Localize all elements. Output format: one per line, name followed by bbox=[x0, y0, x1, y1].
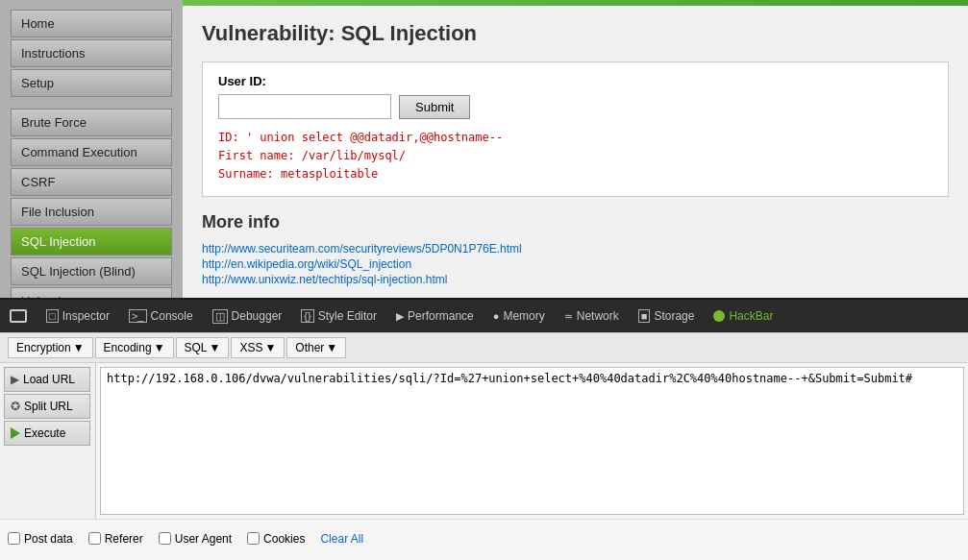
hackbar-actions: ▶ Load URL ✪ Split URL Execute bbox=[0, 363, 96, 519]
xss-chevron: ▼ bbox=[264, 341, 276, 354]
hackbar-label: HackBar bbox=[729, 309, 773, 323]
execute-label: Execute bbox=[24, 426, 65, 440]
devtools-hackbar-btn[interactable]: HackBar bbox=[704, 304, 782, 329]
result-line-1: ID: ' union select @@datadir,@@hostname-… bbox=[218, 129, 932, 147]
devtools-inspector-btn[interactable]: □ Inspector bbox=[37, 304, 119, 329]
result-line-2: First name: /var/lib/mysql/ bbox=[218, 147, 932, 165]
devtools-style-editor-btn[interactable]: {} Style Editor bbox=[291, 304, 386, 329]
page-title: Vulnerability: SQL Injection bbox=[202, 21, 949, 46]
devtools-network-btn[interactable]: ≃ Network bbox=[555, 304, 629, 329]
hackbar-url-area: http://192.168.0.106/dvwa/vulnerabilitie… bbox=[96, 363, 968, 519]
memory-label: Memory bbox=[503, 309, 544, 323]
info-link-3[interactable]: http://www.unixwiz.net/techtips/sql-inje… bbox=[202, 273, 949, 286]
hackbar-other-dropdown[interactable]: Other ▼ bbox=[286, 337, 346, 358]
split-url-icon: ✪ bbox=[11, 400, 20, 413]
other-label: Other bbox=[295, 341, 324, 354]
sql-label: SQL bbox=[185, 341, 208, 354]
post-data-label: Post data bbox=[24, 532, 73, 546]
clear-all-button[interactable]: Clear All bbox=[320, 532, 363, 546]
storage-icon: ■ bbox=[638, 309, 651, 323]
referer-checkbox[interactable] bbox=[88, 532, 101, 545]
hackbar-footer: Post data Referer User Agent Cookies Cle… bbox=[0, 519, 968, 557]
encryption-chevron: ▼ bbox=[73, 341, 85, 354]
user-id-label: User ID: bbox=[218, 74, 932, 88]
devtools-screenshot-btn[interactable] bbox=[0, 304, 37, 329]
devtools-console-btn[interactable]: >_ Console bbox=[119, 304, 203, 329]
other-chevron: ▼ bbox=[326, 341, 337, 354]
sidebar-item-setup[interactable]: Setup bbox=[11, 69, 172, 97]
post-data-checkbox-group[interactable]: Post data bbox=[8, 532, 73, 546]
debugger-label: Debugger bbox=[232, 309, 283, 323]
more-info-title: More info bbox=[202, 212, 949, 232]
form-section: User ID: Submit ID: ' union select @@dat… bbox=[202, 61, 949, 197]
user-agent-checkbox-group[interactable]: User Agent bbox=[159, 532, 232, 546]
storage-label: Storage bbox=[654, 309, 694, 323]
sidebar-item-file-inclusion[interactable]: File Inclusion bbox=[11, 198, 172, 226]
debugger-icon: ◫ bbox=[212, 309, 228, 324]
performance-icon: ▶ bbox=[396, 310, 404, 323]
hackbar-encoding-dropdown[interactable]: Encoding ▼ bbox=[95, 337, 174, 358]
network-icon: ≃ bbox=[564, 310, 573, 323]
sidebar-item-home[interactable]: Home bbox=[11, 10, 172, 37]
sql-chevron: ▼ bbox=[210, 341, 221, 354]
hackbar-encryption-dropdown[interactable]: Encryption ▼ bbox=[8, 337, 93, 358]
console-label: Console bbox=[151, 309, 193, 323]
hackbar-sql-dropdown[interactable]: SQL ▼ bbox=[176, 337, 230, 358]
cookies-checkbox-group[interactable]: Cookies bbox=[247, 532, 305, 546]
network-label: Network bbox=[577, 309, 619, 323]
sidebar-item-brute-force[interactable]: Brute Force bbox=[11, 109, 172, 136]
xss-label: XSS bbox=[239, 341, 262, 354]
style-editor-icon: {} bbox=[301, 309, 313, 323]
screenshot-icon bbox=[10, 309, 27, 323]
sidebar: Home Instructions Setup Brute Force Comm… bbox=[0, 0, 183, 298]
execute-button[interactable]: Execute bbox=[4, 421, 90, 446]
style-editor-label: Style Editor bbox=[318, 309, 377, 323]
devtools-storage-btn[interactable]: ■ Storage bbox=[629, 304, 705, 329]
devtools-performance-btn[interactable]: ▶ Performance bbox=[386, 304, 484, 329]
info-link-1[interactable]: http://www.securiteam.com/securityreview… bbox=[202, 242, 949, 256]
main-content: Vulnerability: SQL Injection User ID: Su… bbox=[183, 6, 968, 298]
encoding-label: Encoding bbox=[104, 341, 152, 354]
result-line-3: Surname: metasploitable bbox=[218, 165, 932, 183]
sidebar-item-command-execution[interactable]: Command Execution bbox=[11, 138, 172, 166]
memory-icon: ● bbox=[493, 310, 500, 322]
execute-icon bbox=[11, 427, 20, 439]
hackbar-url-input[interactable]: http://192.168.0.106/dvwa/vulnerabilitie… bbox=[100, 367, 964, 515]
split-url-label: Split URL bbox=[24, 400, 73, 413]
hackbar-toolbar: Encryption ▼ Encoding ▼ SQL ▼ XSS ▼ Othe… bbox=[0, 333, 968, 363]
hackbar-panel: Encryption ▼ Encoding ▼ SQL ▼ XSS ▼ Othe… bbox=[0, 332, 968, 560]
devtools-memory-btn[interactable]: ● Memory bbox=[484, 304, 555, 329]
load-url-button[interactable]: ▶ Load URL bbox=[4, 367, 90, 392]
hackbar-xss-dropdown[interactable]: XSS ▼ bbox=[231, 337, 285, 358]
devtools-bar: □ Inspector >_ Console ◫ Debugger {} Sty… bbox=[0, 298, 968, 332]
cookies-checkbox[interactable] bbox=[247, 532, 260, 545]
sidebar-item-sql-injection[interactable]: SQL Injection bbox=[11, 228, 172, 256]
console-icon: >_ bbox=[129, 309, 147, 323]
split-url-button[interactable]: ✪ Split URL bbox=[4, 394, 90, 419]
encryption-label: Encryption bbox=[16, 341, 71, 354]
inspector-icon: □ bbox=[46, 309, 59, 323]
cookies-label: Cookies bbox=[263, 532, 305, 546]
referer-label: Referer bbox=[105, 532, 143, 546]
user-agent-label: User Agent bbox=[175, 532, 232, 546]
form-row: Submit bbox=[218, 94, 932, 119]
sidebar-item-instructions[interactable]: Instructions bbox=[11, 39, 172, 67]
load-url-icon: ▶ bbox=[11, 373, 19, 386]
performance-label: Performance bbox=[408, 309, 474, 323]
post-data-checkbox[interactable] bbox=[8, 532, 20, 545]
sidebar-item-sql-injection-blind[interactable]: SQL Injection (Blind) bbox=[11, 257, 172, 285]
submit-button[interactable]: Submit bbox=[399, 95, 470, 119]
load-url-label: Load URL bbox=[23, 373, 75, 386]
info-link-2[interactable]: http://en.wikipedia.org/wiki/SQL_injecti… bbox=[202, 257, 949, 271]
referer-checkbox-group[interactable]: Referer bbox=[88, 532, 143, 546]
sidebar-item-csrf[interactable]: CSRF bbox=[11, 168, 172, 196]
user-id-input[interactable] bbox=[218, 94, 391, 119]
info-links: http://www.securiteam.com/securityreview… bbox=[202, 242, 949, 286]
hackbar-body: ▶ Load URL ✪ Split URL Execute http://19… bbox=[0, 363, 968, 519]
encoding-chevron: ▼ bbox=[154, 341, 165, 354]
hackbar-icon bbox=[713, 310, 725, 322]
result-output: ID: ' union select @@datadir,@@hostname-… bbox=[218, 129, 932, 184]
devtools-debugger-btn[interactable]: ◫ Debugger bbox=[203, 304, 292, 329]
user-agent-checkbox[interactable] bbox=[159, 532, 171, 545]
inspector-label: Inspector bbox=[62, 309, 110, 323]
